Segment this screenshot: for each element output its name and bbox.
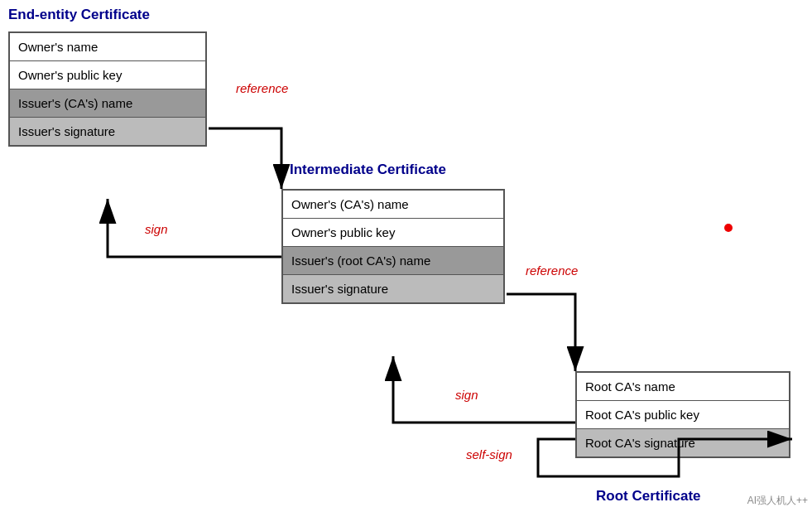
root-cert-box: Root CA's name Root CA's public key Root…	[575, 371, 790, 458]
root-row-1: Root CA's name	[577, 373, 789, 401]
intermediate-title: Intermediate Certificate	[290, 162, 446, 178]
sign2-label: sign	[455, 388, 478, 402]
root-title: Root Certificate	[596, 488, 701, 505]
self-sign-label: self-sign	[466, 447, 512, 461]
int-row-1: Owner's (CA's) name	[283, 191, 503, 219]
root-row-2: Root CA's public key	[577, 401, 789, 429]
ee-row-2: Owner's public key	[10, 61, 205, 89]
watermark: AI强人机人++	[747, 494, 808, 508]
ee-row-4: Issuer's signature	[10, 118, 205, 145]
int-row-4: Issuer's signature	[283, 275, 503, 302]
end-entity-cert-box: Owner's name Owner's public key Issuer's…	[8, 31, 207, 147]
int-row-2: Owner's public key	[283, 219, 503, 247]
intermediate-cert-box: Owner's (CA's) name Owner's public key I…	[281, 189, 505, 304]
red-dot-decoration	[724, 224, 733, 232]
int-row-3: Issuer's (root CA's) name	[283, 247, 503, 275]
reference2-label: reference	[526, 263, 578, 278]
end-entity-title: End-entity Certificate	[8, 7, 150, 23]
root-row-3: Root CA's signature	[577, 429, 789, 456]
ee-row-3: Issuer's (CA's) name	[10, 89, 205, 118]
reference1-label: reference	[236, 81, 288, 95]
ee-row-1: Owner's name	[10, 33, 205, 61]
sign1-label: sign	[145, 222, 168, 236]
